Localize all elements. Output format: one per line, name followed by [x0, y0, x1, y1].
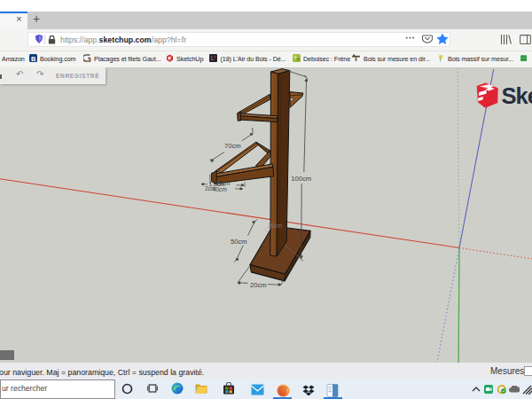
svg-text:20cm: 20cm — [250, 281, 267, 289]
svg-text:B: B — [31, 55, 36, 63]
svg-text:L': L' — [211, 55, 216, 61]
svg-text:100cm: 100cm — [291, 175, 311, 183]
svg-text:Ske: Ske — [502, 83, 532, 108]
svg-text:20cm: 20cm — [268, 223, 283, 229]
svg-text:70cm: 70cm — [224, 142, 241, 150]
svg-text:50cm: 50cm — [231, 238, 247, 246]
svg-text:40cm: 40cm — [213, 186, 228, 192]
